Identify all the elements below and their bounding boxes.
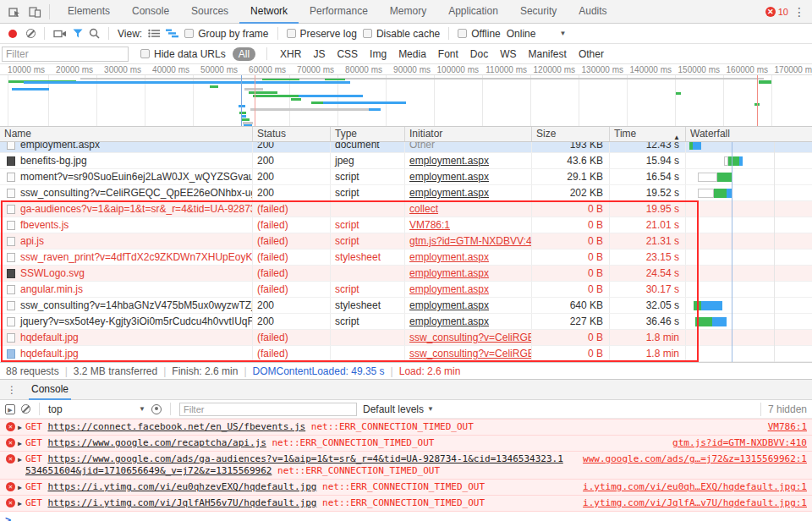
column-header-type[interactable]: Type <box>330 127 404 141</box>
filter-type-js[interactable]: JS <box>311 48 326 60</box>
error-count-badge[interactable]: ✕ 10 <box>765 7 788 17</box>
request-url-link[interactable]: https://www.google.com/recaptcha/api.js <box>48 437 266 448</box>
message-source-link[interactable]: i.ytimg.com/vi/JqlfA…v7U/hqdefault.jpg:1 <box>583 497 807 509</box>
request-row[interactable]: jquery?v=sx5ot4ey-Kgjty3iOi0m5rCudcu4h0v… <box>0 314 812 330</box>
column-header-name[interactable]: Name <box>0 127 252 141</box>
tab-elements[interactable]: Elements <box>57 0 121 24</box>
network-overview[interactable]: 10000 ms20000 ms30000 ms40000 ms50000 ms… <box>0 64 812 127</box>
request-initiator-link[interactable]: collect <box>409 203 438 215</box>
network-search-icon[interactable] <box>89 28 100 39</box>
request-row[interactable]: ssw_raven_print?v=4dfTdX2c9ZKDWn7XHUpEoy… <box>0 250 812 266</box>
tab-audits[interactable]: Audits <box>568 0 617 24</box>
group-by-frame-checkbox[interactable] <box>184 29 194 38</box>
request-initiator-link[interactable]: employment.aspx <box>409 155 489 167</box>
hide-data-urls-checkbox[interactable] <box>140 49 150 58</box>
tab-sources[interactable]: Sources <box>180 0 239 24</box>
toggle-device-toolbar-icon[interactable] <box>25 3 44 21</box>
clear-network-log-icon[interactable] <box>26 29 36 38</box>
filter-type-doc[interactable]: Doc <box>469 48 490 60</box>
tab-application[interactable]: Application <box>437 0 509 24</box>
request-row[interactable]: fbevents.js(failed)scriptVM786:10 B21.01… <box>0 217 812 233</box>
execution-context-dropdown[interactable]: top ▼ <box>48 403 145 415</box>
devtools-menu-icon[interactable]: ⋮ <box>793 5 805 19</box>
network-filter-input[interactable] <box>2 47 129 62</box>
network-filter-icon[interactable] <box>73 29 83 38</box>
tab-console-drawer[interactable]: Console <box>29 380 71 400</box>
expand-arrow-icon[interactable]: ▶ <box>18 482 22 494</box>
message-source-link[interactable]: www.google.com/ads/g…=j72&z=1315569962:1 <box>583 453 807 465</box>
console-error-message[interactable]: ✕▶GET https://i.ytimg.com/vi/eu0qhzevEXQ… <box>0 480 812 496</box>
request-row[interactable]: ssw_consulting?v=CeliRGEQC_QpEE26eONhbx-… <box>0 185 812 201</box>
request-initiator-link[interactable]: employment.aspx <box>409 267 489 279</box>
filter-type-css[interactable]: CSS <box>335 48 359 60</box>
console-filter-input[interactable] <box>179 403 357 416</box>
console-error-message[interactable]: ✕▶GET https://www.google.com/recaptcha/a… <box>0 436 812 452</box>
request-row[interactable]: api.js(failed)scriptgtm.js?id=GTM-NXDBVV… <box>0 233 812 250</box>
filter-type-all[interactable]: All <box>233 47 255 61</box>
request-row[interactable]: employment.aspx200documentOther193 KB12.… <box>0 142 812 153</box>
filter-type-other[interactable]: Other <box>577 48 606 60</box>
show-console-sidebar-icon[interactable]: ▶ <box>5 404 15 414</box>
log-levels-dropdown[interactable]: Default levels ▼ <box>363 403 434 415</box>
offline-checkbox[interactable] <box>458 29 467 38</box>
request-initiator-link[interactable]: employment.aspx <box>409 315 489 327</box>
message-source-link[interactable]: VM786:1 <box>768 421 807 433</box>
request-initiator-link[interactable]: ssw_consulting?v=CeliRGEQ... <box>409 332 531 343</box>
record-network-log-icon[interactable] <box>8 30 17 38</box>
column-header-size[interactable]: Size <box>531 127 609 141</box>
disable-cache-checkbox[interactable] <box>363 29 372 38</box>
filter-type-xhr[interactable]: XHR <box>278 48 303 60</box>
column-header-initiator[interactable]: Initiator <box>404 127 531 141</box>
request-url-link[interactable]: https://i.ytimg.com/vi/eu0qhzevEXQ/hqdef… <box>48 481 317 492</box>
console-error-message[interactable]: ✕▶GET https://www.google.com/ads/ga-audi… <box>0 452 812 480</box>
request-url-link[interactable]: https://connect.facebook.net/en_US/fbeve… <box>48 421 306 432</box>
tab-network[interactable]: Network <box>239 0 299 24</box>
column-header-status[interactable]: Status <box>252 127 330 141</box>
filter-type-manifest[interactable]: Manifest <box>527 48 568 60</box>
capture-screenshots-icon[interactable] <box>53 29 67 39</box>
tab-security[interactable]: Security <box>509 0 568 24</box>
inspect-element-icon[interactable] <box>5 3 24 21</box>
request-row[interactable]: angular.min.js(failed)scriptemployment.a… <box>0 282 812 298</box>
message-source-link[interactable]: gtm.js?id=GTM-NXDBVV:410 <box>672 437 807 449</box>
request-initiator-link[interactable]: VM786:1 <box>409 219 450 231</box>
request-row[interactable]: benefits-bg.jpg200jpegemployment.aspx43.… <box>0 153 812 169</box>
console-prompt[interactable]: > <box>0 512 812 521</box>
request-initiator-link[interactable]: employment.aspx <box>409 251 489 263</box>
summary-item[interactable]: Load: 2.6 min <box>399 365 461 377</box>
column-header-time[interactable]: Time▲ <box>609 127 685 141</box>
expand-arrow-icon[interactable]: ▶ <box>18 422 22 434</box>
console-error-message[interactable]: ✕▶GET https://connect.facebook.net/en_US… <box>0 419 812 436</box>
expand-arrow-icon[interactable]: ▶ <box>18 454 22 466</box>
request-row[interactable]: ga-audiences?v=1&aip=1&t=sr&_r=4&tid=UA-… <box>0 201 812 217</box>
tab-memory[interactable]: Memory <box>379 0 437 24</box>
show-overview-icon[interactable] <box>166 29 178 38</box>
column-header-waterfall[interactable]: Waterfall <box>685 127 812 141</box>
request-row[interactable]: moment?v=sr90SuoEuin6ej2LaW0JX_wQYZSGvau… <box>0 169 812 185</box>
request-url-link[interactable]: https://i.ytimg.com/vi/JqlfAH56v7U/hqdef… <box>48 497 317 508</box>
tab-console[interactable]: Console <box>121 0 180 24</box>
expand-arrow-icon[interactable]: ▶ <box>18 438 22 450</box>
request-initiator-link[interactable]: employment.aspx <box>409 299 489 311</box>
request-initiator-link[interactable]: employment.aspx <box>409 187 489 199</box>
request-initiator-link[interactable]: employment.aspx <box>409 283 489 295</box>
request-row[interactable]: ssw_consulting?v=14hbaGNzV475bM5ux0wyzwT… <box>0 298 812 314</box>
request-row[interactable]: SSWLogo.svg(failed)employment.aspx0 B24.… <box>0 266 812 282</box>
preserve-log-checkbox[interactable] <box>287 29 296 38</box>
use-request-rows-icon[interactable] <box>148 29 160 38</box>
filter-type-ws[interactable]: WS <box>498 48 518 60</box>
filter-type-media[interactable]: Media <box>397 48 428 60</box>
filter-type-img[interactable]: Img <box>368 48 388 60</box>
request-row[interactable]: hqdefault.jpg(failed)ssw_consulting?v=Ce… <box>0 330 812 346</box>
clear-console-icon[interactable] <box>21 404 30 414</box>
drawer-menu-icon[interactable]: ⋮ <box>7 384 17 396</box>
request-initiator-link[interactable]: employment.aspx <box>409 171 489 183</box>
summary-item[interactable]: DOMContentLoaded: 49.35 s <box>253 365 385 377</box>
message-source-link[interactable]: i.ytimg.com/vi/eu0qh…EXQ/hqdefault.jpg:1 <box>583 481 807 493</box>
live-expression-icon[interactable] <box>151 404 162 414</box>
console-error-message[interactable]: ✕▶GET https://i.ytimg.com/vi/JqlfAH56v7U… <box>0 496 812 512</box>
expand-arrow-icon[interactable]: ▶ <box>18 498 22 510</box>
tab-performance[interactable]: Performance <box>299 0 379 24</box>
request-initiator-link[interactable]: gtm.js?id=GTM-NXDBVV:410 <box>409 235 531 247</box>
filter-type-font[interactable]: Font <box>436 48 460 60</box>
